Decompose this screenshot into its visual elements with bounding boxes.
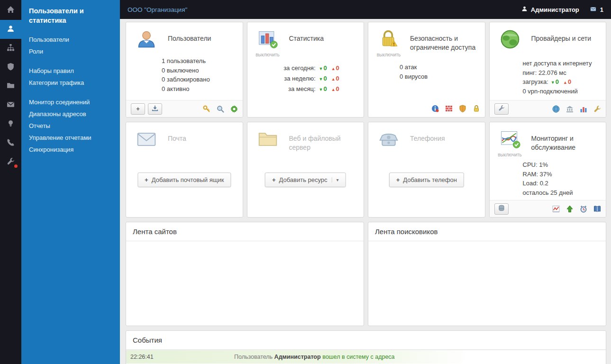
stat-row-label: за месяц: [278,85,316,92]
rail-security-button[interactable] [0,58,21,77]
card-statistics: выключить Статистика за сегодня: ▼0 ▲0 з… [247,22,365,118]
plus-icon: + [396,176,400,183]
topbar-mail-indicator[interactable]: 1 [590,6,603,13]
topbar-user-menu[interactable]: Администратор [521,6,579,13]
organization-title[interactable]: ООО "Организация" [128,6,187,13]
card-security: выключить Безопасность и ограничение дос… [368,22,485,118]
stat-line: 0 заблокировано [162,75,236,84]
card-security-footer [368,100,485,117]
sites-feed-panel: Лента сайтов [126,222,364,326]
card-users-stats: 1 пользователь 0 выключено 0 заблокирова… [126,51,243,93]
card-statistics-head: выключить Статистика [247,22,364,57]
load-line: загрузка: ▼0 ▲0 [523,77,600,87]
card-telephony: Телефония + Добавить телефон [368,122,485,218]
rail-home-button[interactable] [0,1,21,20]
icon-rail [0,0,21,364]
load-line: Load: 0.2 [523,179,600,188]
firewall-icon[interactable] [445,105,453,112]
sidebar-item-rulesets[interactable]: Наборы правил [21,65,120,77]
key-icon[interactable] [203,105,210,113]
user-icon [521,6,528,13]
line-chart-icon[interactable] [552,205,560,213]
up-arrow-icon: ▲ [331,66,336,71]
rail-files-button[interactable] [0,77,21,96]
sidebar-item-address-ranges[interactable]: Диапазоны адресов [21,108,120,120]
statistics-big-icon [257,44,278,51]
event-user: Администратор [274,354,321,360]
book-icon[interactable] [593,205,601,213]
card-webserver-title: Веб и файловый сервер [289,134,358,152]
load-label: загрузка: [523,77,548,87]
add-resource-label: Добавить ресурс [279,176,327,183]
rail-mail-button[interactable] [0,96,21,115]
sites-feed-title: Лента сайтов [126,222,364,241]
alert-info-icon[interactable] [431,105,439,112]
add-mailbox-button[interactable]: + Добавить почтовый ящик [137,173,231,187]
shield-icon[interactable] [459,105,466,112]
security-disable-link[interactable]: выключить [375,52,402,57]
statistics-disable-link[interactable]: выключить [254,52,282,57]
sidebar-item-traffic-categories[interactable]: Категории трафика [21,77,120,89]
down-arrow-icon: ▼ [319,66,323,71]
cards-row-1: Пользователи 1 пользователь 0 выключено … [126,22,606,118]
card-mail-head: Почта [126,122,243,151]
topbar-right: Администратор 1 [521,6,603,13]
notification-dot [14,164,18,168]
up-arrow-icon: ▲ [331,77,336,82]
down-arrow-icon: ▼ [319,87,323,92]
arrow-up-icon[interactable] [566,205,574,213]
app-root: Пользователи и статистика Пользователи Р… [0,0,611,364]
stat-down-value: ▼0 [319,75,327,82]
database-button[interactable] [494,203,509,215]
add-phone-button[interactable]: + Добавить телефон [389,173,464,187]
stat-line: 0 вирусов [400,72,478,82]
lightbulb-icon [7,119,15,129]
globe-big-icon [500,44,520,51]
gear-icon[interactable] [230,105,238,113]
stat-row-label: за сегодня: [278,64,316,72]
sidebar-item-reports[interactable]: Отчеты [21,120,120,132]
rail-settings-button[interactable] [0,153,21,172]
sidebar-item-users[interactable]: Пользователи [21,34,120,46]
stat-line: 0 выключено [162,66,236,75]
events-title: События [126,331,606,350]
days-left-line: осталось 25 дней [523,188,600,198]
monitoring-big-icon [500,144,520,151]
alarm-clock-icon[interactable] [580,205,587,213]
rail-users-button[interactable] [0,20,21,39]
bar-chart-icon[interactable] [580,105,587,113]
sidebar-item-report-management[interactable]: Управление отчетами [21,132,120,144]
event-row: 22:26:41 Пользователь Администратор воше… [126,350,606,364]
sidebar-item-connections-monitor[interactable]: Монитор соединений [21,96,120,108]
ram-line: RAM: 37% [523,170,600,179]
lock-icon[interactable] [473,105,480,112]
add-resource-button[interactable]: + Добавить ресурс ▾ [265,173,346,187]
wrench-icon [7,157,15,167]
rail-telephony-button[interactable] [0,134,21,153]
monitoring-disable-link[interactable]: выключить [496,152,524,157]
import-users-button[interactable] [148,103,162,115]
add-phone-label: Добавить телефон [403,176,457,183]
card-users-footer: + [126,100,243,117]
providers-settings-button[interactable] [494,103,509,115]
rail-rules-button[interactable] [0,39,21,58]
statistics-rows: за сегодня: ▼0 ▲0 за неделю: ▼0 ▲0 за ме… [247,57,364,92]
card-security-title: Безопасность и ограничение доступа [410,34,479,57]
bank-icon[interactable] [566,105,574,113]
card-users-head: Пользователи [126,22,243,51]
users-big-icon [136,44,157,51]
search-icon[interactable] [217,105,224,113]
down-arrow-icon: ▼ [551,80,555,85]
globe-icon[interactable] [552,105,560,113]
sidebar-item-roles[interactable]: Роли [21,46,120,57]
stat-up-value: ▲0 [331,75,339,82]
rail-reports-button[interactable] [0,115,21,134]
security-lock-big-icon [378,44,399,51]
load-down-value: ▼0 [551,77,559,87]
add-user-button[interactable]: + [131,103,145,115]
dashboard-content: Пользователи 1 пользователь 0 выключено … [120,19,611,364]
wrench-icon[interactable] [593,105,601,113]
stat-row-today: за сегодня: ▼0 ▲0 [278,64,364,72]
mail-count: 1 [600,6,603,13]
sidebar-item-sync[interactable]: Синхронизация [21,144,120,155]
